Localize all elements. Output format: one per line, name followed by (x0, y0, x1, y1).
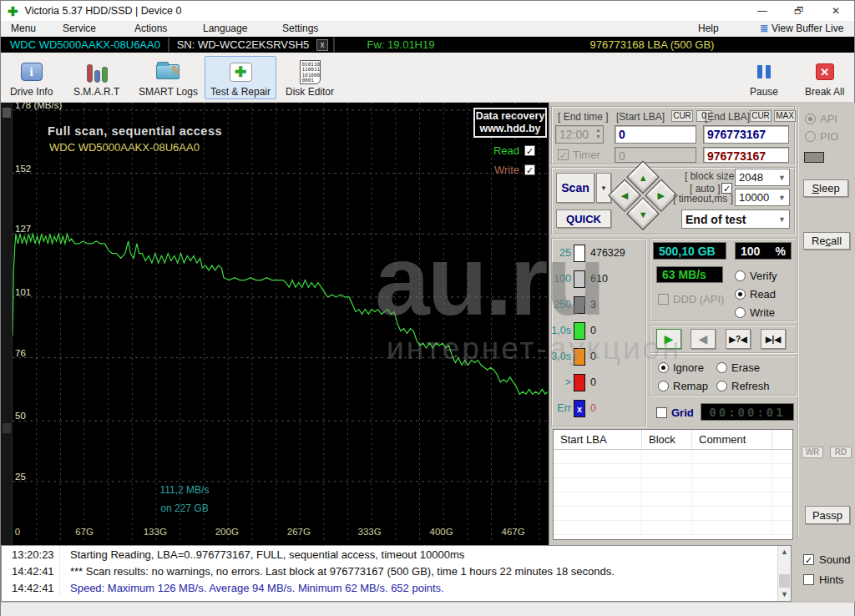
hints-checkbox-row[interactable]: Hints (803, 573, 844, 586)
step-back-button[interactable]: ◀ (691, 329, 716, 349)
verify-radio-row[interactable]: Verify (735, 270, 777, 282)
refresh-radio-row[interactable]: Refresh (716, 380, 770, 392)
log-panel[interactable]: 13:20:23Starting Reading, LBA=0..9767731… (1, 545, 792, 602)
disk-editor-icon: 010110 110011 101000 0001 (296, 59, 324, 84)
chart-title: Full scan, sequential access (48, 124, 222, 138)
erase-radio-row[interactable]: Erase (716, 361, 760, 374)
table-row[interactable] (554, 492, 792, 507)
main-area: 178 (MB/s)152127101765025 067G133G200G26… (1, 103, 855, 545)
y-tick-label: 101 (15, 287, 31, 297)
timer-value-input[interactable]: 0 (615, 147, 696, 163)
refresh-radio[interactable] (716, 381, 727, 391)
menu-item-actions[interactable]: Actions (131, 22, 170, 36)
ignore-radio[interactable] (658, 362, 669, 373)
end-of-test-combo[interactable]: End of test▼ (681, 210, 790, 229)
break-all-button[interactable]: ✕ Break All (799, 56, 850, 99)
read-checkbox[interactable] (524, 145, 535, 156)
menu-item-menu[interactable]: Menu (8, 22, 39, 36)
remap-radio-row[interactable]: Remap (658, 380, 708, 392)
read-radio-row[interactable]: Read (735, 288, 776, 300)
quick-button[interactable]: QUICK (556, 210, 611, 228)
scroll-up-icon[interactable]: ▲ (778, 546, 791, 558)
recall-button[interactable]: Recall (803, 232, 850, 250)
scroll-down-icon[interactable]: ▼ (778, 588, 791, 601)
table-row[interactable] (554, 521, 792, 535)
test-repair-button[interactable]: ✚ Test & Repair (205, 56, 276, 99)
timer-checkbox-row[interactable]: Timer (558, 149, 600, 161)
stat-label: Err (557, 402, 571, 414)
pio-radio-row[interactable]: PIO (805, 130, 838, 143)
smart-button[interactable]: S.M.A.R.T (68, 56, 125, 99)
start-lba-cur-button[interactable]: CUR (671, 110, 693, 122)
remap-radio[interactable] (658, 381, 669, 391)
arrow-down-icon: ▼ (639, 209, 648, 219)
progress-display: 100% (735, 242, 792, 260)
write-radio[interactable] (735, 307, 746, 318)
log-timestamp: 13:20:23 (2, 546, 60, 563)
grid-checkbox[interactable] (656, 407, 667, 418)
disk-editor-button[interactable]: 010110 110011 101000 0001 Disk Editor (280, 56, 340, 99)
sound-checkbox-row[interactable]: Sound (803, 553, 851, 566)
read-radio[interactable] (735, 289, 746, 300)
table-row[interactable] (554, 450, 792, 464)
hints-checkbox[interactable] (803, 574, 814, 585)
seek-question-button[interactable]: ▶?◀ (726, 329, 751, 349)
play-button[interactable]: ▶ (656, 329, 681, 349)
grid-checkbox-row[interactable]: Grid (656, 406, 694, 419)
start-lba-input[interactable]: 0 (615, 125, 696, 144)
rd-button[interactable]: RD (830, 447, 852, 458)
ignore-radio-row[interactable]: Ignore (658, 361, 704, 374)
end-lba-max-button[interactable]: MAX (774, 110, 796, 122)
end-lba-label: [End LBA] (705, 111, 750, 123)
sound-checkbox[interactable] (803, 554, 814, 565)
pause-button[interactable]: Pause (744, 56, 784, 99)
defect-table[interactable]: Start LBA Block Comment (553, 429, 793, 540)
end-lba-cur-button[interactable]: CUR (750, 110, 772, 122)
graph-scrollbar-thumb[interactable] (3, 108, 11, 118)
table-row[interactable] (554, 478, 792, 492)
stat-count: 3 (590, 299, 596, 311)
table-row[interactable] (554, 464, 792, 478)
chart-subtitle: WDC WD5000AAKX-08U6AA0 (49, 141, 200, 154)
table-row[interactable] (554, 507, 792, 521)
view-buffer-live-button[interactable]: ≣View Buffer Live (756, 22, 847, 36)
menu-item-help[interactable]: Help (695, 22, 722, 36)
ddd-checkbox[interactable] (658, 294, 669, 305)
log-scrollbar-thumb[interactable] (779, 574, 790, 588)
menu-bar: Menu Service Actions Language Settings H… (1, 21, 854, 37)
erase-radio[interactable] (716, 362, 727, 373)
wr-button[interactable]: WR (802, 447, 823, 458)
passp-button[interactable]: Passp (805, 506, 850, 524)
speed-annotation-line2: on 227 GB (134, 502, 235, 514)
write-checkbox[interactable] (524, 164, 535, 175)
timeout-combo[interactable]: 10000▼ (735, 189, 790, 206)
minimize-button[interactable]: — (744, 1, 781, 21)
drive-info-button[interactable]: i Drive Info (4, 56, 58, 99)
menu-item-language[interactable]: Language (200, 22, 250, 36)
device-serial: SN: WD-WCC2EKSRVSH5 (173, 37, 313, 53)
smart-icon (83, 59, 111, 84)
verify-radio[interactable] (735, 270, 746, 281)
menu-item-service[interactable]: Service (59, 22, 99, 36)
write-radio-row[interactable]: Write (735, 306, 775, 319)
log-scrollbar[interactable]: ▲ ▼ (777, 546, 791, 601)
capacity-display: 500,10 GB (653, 242, 726, 260)
ddd-checkbox-row[interactable]: DDD (API) (658, 293, 724, 305)
pio-radio[interactable] (805, 131, 816, 142)
serial-close-icon[interactable]: x (316, 39, 328, 51)
close-button[interactable]: ✕ (817, 1, 854, 21)
app-icon: ✚ (8, 5, 18, 18)
smart-logs-button[interactable]: ✎ SMART Logs (133, 56, 204, 99)
graph-scrollbar[interactable] (1, 103, 13, 545)
scan-button[interactable]: Scan (556, 173, 594, 203)
seek-position-button[interactable]: ▶|◀ (761, 329, 786, 349)
end-lba-input[interactable]: 976773167 (703, 125, 789, 144)
maximize-button[interactable]: 🗗 (781, 1, 817, 21)
api-radio-row[interactable]: API (805, 113, 837, 125)
end-time-spinner[interactable]: 12:00 ▲▼ (555, 125, 604, 144)
menu-item-settings[interactable]: Settings (279, 22, 321, 36)
block-size-combo[interactable]: 2048▼ (735, 169, 790, 186)
api-radio[interactable] (805, 114, 816, 124)
timer-checkbox[interactable] (558, 149, 569, 160)
sleep-button[interactable]: Sleep (803, 179, 848, 197)
